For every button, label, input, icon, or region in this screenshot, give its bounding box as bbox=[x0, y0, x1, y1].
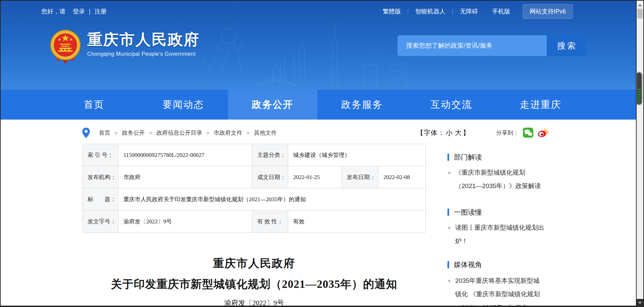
vertical-scrollbar[interactable] bbox=[637, 1, 643, 299]
site-title: 重庆市人民政府 bbox=[87, 31, 200, 48]
login-link[interactable]: 登录 bbox=[73, 7, 85, 15]
font-larger-button[interactable]: 大 bbox=[455, 128, 462, 137]
brand-text: 重庆市人民政府 Chongqing Municipal People's Gov… bbox=[87, 29, 200, 57]
nav-item-gov-info[interactable]: 政务公开 bbox=[228, 90, 317, 120]
topbar-login-area: 您好，请 登录 | 注册 bbox=[41, 1, 107, 22]
breadcrumb-home[interactable]: 首页 bbox=[99, 129, 110, 137]
meta-validity-label: 有 效 性： bbox=[252, 211, 288, 233]
sidebar-link-infographic[interactable]: 读图丨重庆市新型城镇化规划出 炉！ bbox=[448, 221, 589, 248]
sidebar-link-text[interactable]: 《重庆市新型城镇化规划 （2021—2035年）》政策解读 bbox=[455, 166, 541, 193]
meta-org-value: 市政府 bbox=[118, 166, 252, 188]
font-tools-prefix: 【字体： bbox=[417, 128, 445, 137]
mobile-version-link[interactable]: 手机版 bbox=[485, 7, 517, 15]
search-input[interactable] bbox=[397, 35, 547, 56]
meta-index-value: 11500000009275780L/2022-00027 bbox=[118, 144, 252, 166]
breadcrumb-city-gov-docs[interactable]: 市政府文件 bbox=[214, 129, 242, 137]
nav-item-gov-services[interactable]: 政务服务 bbox=[317, 90, 407, 120]
bullet-dot-icon bbox=[448, 227, 450, 229]
meta-doc-no-value: 渝府发〔2022〕9号 bbox=[118, 211, 252, 233]
share-bar: 分享到： bbox=[496, 126, 548, 139]
scrollbar-up-arrow-icon[interactable] bbox=[638, 4, 642, 6]
weibo-share-icon[interactable] bbox=[537, 128, 548, 138]
document-number: 渝府发〔2022〕9号 bbox=[82, 298, 426, 306]
cityscape-watermark-art bbox=[189, 17, 423, 90]
sidebar-link-media-article[interactable]: 2035年重庆将基本实现新型城 镇化 《重庆市新型城镇化规划 （2021—203… bbox=[448, 274, 589, 306]
breadcrumb: 首页 > 政务公开 > 政府信息公开目录 > 市政府文件 > 其他文件 bbox=[82, 126, 277, 139]
font-size-tools: 【字体： 小 大 】 bbox=[417, 126, 470, 139]
sidebar-section-media-view: 媒体视角 bbox=[447, 260, 482, 269]
greeting-text: 您好，请 bbox=[41, 7, 65, 15]
primary-nav-items: 首页 要闻动态 政务公开 政务服务 互动交流 走进重庆 bbox=[49, 90, 585, 120]
accessibility-link[interactable]: 无障碍 bbox=[453, 7, 485, 15]
site-brand[interactable]: 重庆市人民政府 Chongqing Municipal People's Gov… bbox=[50, 29, 200, 64]
ipv6-support-badge[interactable]: 网站支持IPv6 bbox=[523, 4, 573, 19]
section-accent-bar bbox=[447, 154, 449, 161]
section-accent-bar bbox=[447, 209, 449, 216]
smart-robot-link[interactable]: 智能机器人 bbox=[408, 7, 452, 15]
meta-topic-value: 城乡建设（城乡管理） bbox=[288, 144, 426, 166]
sidebar-section-dept-interpretation: 部门解读 bbox=[447, 152, 482, 162]
login-register-divider: | bbox=[89, 8, 91, 15]
scrollbar-bottom-corner bbox=[637, 299, 643, 306]
nav-item-about-chongqing[interactable]: 走进重庆 bbox=[496, 90, 585, 120]
sidebar-section-infographic: 一图读懂 bbox=[447, 208, 482, 217]
sidebar-link-policy-interpretation[interactable]: 《重庆市新型城镇化规划 （2021—2035年）》政策解读 bbox=[448, 166, 589, 193]
search-button[interactable]: 搜索 bbox=[547, 35, 586, 56]
breadcrumb-separator: > bbox=[247, 130, 250, 136]
meta-index-label: 索 引 号： bbox=[83, 144, 118, 166]
meta-title-value: 重庆市人民政府关于印发重庆市新型城镇化规划（2021—2035年）的通知 bbox=[118, 188, 426, 211]
sidebar-link-text[interactable]: 2035年重庆将基本实现新型城 镇化 《重庆市新型城镇化规划 （2021—203… bbox=[455, 274, 540, 306]
font-smaller-button[interactable]: 小 bbox=[446, 128, 453, 137]
site-header: 您好，请 登录 | 注册 繁體版 智能机器人 无障碍 手机版 网站支持IPv6 bbox=[1, 1, 636, 90]
section-title: 一图读懂 bbox=[454, 208, 482, 217]
meta-doc-no-label: 发文字号： bbox=[83, 211, 118, 233]
topbar: 您好，请 登录 | 注册 繁體版 智能机器人 无障碍 手机版 网站支持IPv6 bbox=[1, 1, 636, 22]
section-title: 部门解读 bbox=[454, 152, 482, 162]
location-pin-icon bbox=[82, 128, 90, 138]
share-label: 分享到： bbox=[496, 129, 519, 137]
national-emblem-icon bbox=[50, 29, 81, 64]
meta-publish-date-value: 2022-02-08 bbox=[378, 166, 426, 188]
primary-nav: 首页 要闻动态 政务公开 政务服务 互动交流 走进重庆 bbox=[1, 90, 636, 120]
bullet-dot-icon bbox=[448, 172, 450, 174]
breadcrumb-separator: > bbox=[149, 130, 152, 136]
meta-org-label: 发布机构： bbox=[83, 166, 118, 188]
battery-charge-level bbox=[638, 89, 641, 103]
meta-written-date-value: 2022-01-25 bbox=[288, 166, 342, 188]
scrollbar-down-arrow-icon[interactable] bbox=[638, 302, 642, 304]
meta-title-label: 标 题： bbox=[83, 188, 118, 211]
section-title: 媒体视角 bbox=[454, 260, 482, 269]
font-tools-suffix: 】 bbox=[463, 128, 470, 137]
document-meta-table: 索 引 号： 11500000009275780L/2022-00027 主题分… bbox=[82, 144, 426, 233]
register-link[interactable]: 注册 bbox=[95, 7, 107, 15]
nav-item-interaction[interactable]: 互动交流 bbox=[407, 90, 496, 120]
breadcrumb-separator: > bbox=[115, 130, 118, 136]
browser-page: 您好，请 登录 | 注册 繁體版 智能机器人 无障碍 手机版 网站支持IPv6 bbox=[1, 1, 636, 306]
document-title: 关于印发重庆市新型城镇化规划（2021—2035年）的通知 bbox=[82, 277, 426, 292]
meta-topic-label: 主题分类： bbox=[252, 144, 288, 166]
traditional-chinese-link[interactable]: 繁體版 bbox=[376, 7, 408, 15]
nav-item-home[interactable]: 首页 bbox=[49, 90, 139, 120]
document-issuing-org: 重庆市人民政府 bbox=[82, 256, 426, 271]
sidebar-link-text[interactable]: 读图丨重庆市新型城镇化规划出 炉！ bbox=[455, 221, 544, 248]
breadcrumb-other-docs: 其他文件 bbox=[254, 129, 277, 137]
breadcrumb-separator: > bbox=[207, 130, 210, 136]
meta-written-date-label: 成文日期： bbox=[252, 166, 288, 188]
scrollbar-thumb[interactable] bbox=[637, 9, 643, 18]
meta-publish-date-label: 发布日期： bbox=[342, 166, 378, 188]
breadcrumb-gov-info[interactable]: 政务公开 bbox=[122, 129, 145, 137]
site-subtitle: Chongqing Municipal People's Government bbox=[87, 51, 200, 57]
wechat-share-icon[interactable] bbox=[523, 128, 533, 138]
battery-indicator-overlay bbox=[636, 72, 642, 105]
site-search: 搜索 bbox=[397, 35, 586, 56]
meta-validity-value: 有效 bbox=[288, 211, 426, 233]
topbar-utility-links: 繁體版 智能机器人 无障碍 手机版 网站支持IPv6 bbox=[376, 1, 573, 22]
bullet-dot-icon bbox=[448, 280, 450, 282]
nav-item-news[interactable]: 要闻动态 bbox=[139, 90, 228, 120]
section-accent-bar bbox=[447, 261, 449, 268]
breadcrumb-info-catalog[interactable]: 政府信息公开目录 bbox=[157, 129, 202, 137]
